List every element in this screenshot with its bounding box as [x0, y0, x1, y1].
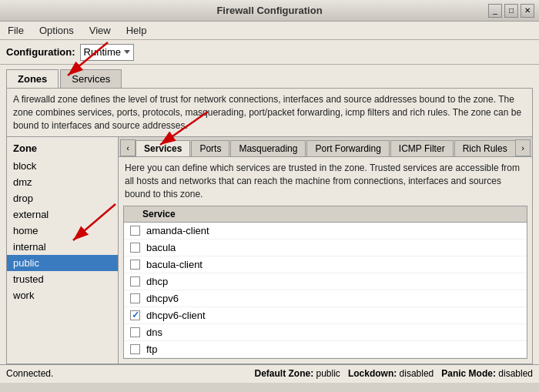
- zone-item-home[interactable]: home: [7, 223, 118, 239]
- tab-zones[interactable]: Zones: [6, 69, 59, 88]
- zone-list: Zone block dmz drop external home intern…: [7, 137, 119, 363]
- zone-item-block[interactable]: block: [7, 158, 118, 174]
- service-name-bacula: bacula: [146, 242, 176, 253]
- service-row-bacula[interactable]: bacula: [124, 240, 527, 256]
- service-row-amanda-client[interactable]: amanda-client: [124, 223, 527, 240]
- service-checkbox-dhcpv6[interactable]: [130, 293, 140, 303]
- services-table-body[interactable]: amanda-client bacula bacula-client: [124, 223, 527, 358]
- dropdown-arrow-icon: [124, 50, 130, 54]
- zone-item-trusted[interactable]: trusted: [7, 271, 118, 287]
- menu-options[interactable]: Options: [35, 23, 79, 38]
- configuration-dropdown[interactable]: Runtime: [80, 44, 134, 61]
- zone-item-internal[interactable]: internal: [7, 239, 118, 255]
- lockdown-label: Lockdown:: [348, 368, 397, 379]
- inner-tabs: Services Ports Masquerading Port Forward…: [136, 140, 515, 156]
- service-checkbox-amanda-client[interactable]: [130, 226, 140, 236]
- tabs-prev-button[interactable]: ‹: [120, 139, 136, 156]
- minimize-button[interactable]: _: [488, 4, 502, 18]
- zone-description: A firewalld zone defines the level of tr…: [6, 88, 533, 137]
- menu-help[interactable]: Help: [122, 23, 152, 38]
- config-label: Configuration:: [6, 46, 75, 58]
- status-right: Default Zone: public Lockdown: disabled …: [254, 368, 533, 379]
- tab-services-top[interactable]: Services: [60, 69, 122, 88]
- inner-tabs-container: ‹ Services Ports Masquerading Port Forwa…: [119, 137, 532, 157]
- menu-file[interactable]: File: [3, 23, 28, 38]
- service-row-dhcp[interactable]: dhcp: [124, 273, 527, 290]
- service-name-dhcpv6: dhcpv6: [146, 293, 179, 304]
- service-row-ftp[interactable]: ftp: [124, 341, 527, 358]
- toolbar: Configuration: Runtime: [0, 40, 539, 65]
- menubar: File Options View Help: [0, 22, 539, 40]
- window-title: Firewall Configuration: [51, 5, 488, 16]
- service-row-dhcpv6[interactable]: dhcpv6: [124, 290, 527, 307]
- service-name-amanda-client: amanda-client: [146, 225, 209, 236]
- status-connected: Connected.: [6, 368, 53, 379]
- service-checkbox-dhcp[interactable]: [130, 276, 140, 286]
- zone-list-header: Zone: [7, 140, 118, 158]
- zone-item-dmz[interactable]: dmz: [7, 174, 118, 190]
- service-checkbox-bacula-client[interactable]: [130, 260, 140, 270]
- zone-item-external[interactable]: external: [7, 206, 118, 223]
- service-name-dhcp: dhcp: [146, 276, 168, 287]
- service-name-bacula-client: bacula-client: [146, 259, 203, 270]
- service-row-dhcpv6-client[interactable]: ✓ dhcpv6-client: [124, 307, 527, 324]
- close-button[interactable]: ✕: [521, 4, 534, 18]
- inner-tab-services[interactable]: Services: [136, 140, 190, 156]
- service-row-bacula-client[interactable]: bacula-client: [124, 256, 527, 273]
- checkmark-icon: ✓: [132, 310, 139, 320]
- inner-tab-port-forwarding[interactable]: Port Forwarding: [306, 140, 389, 156]
- zone-item-drop[interactable]: drop: [7, 190, 118, 206]
- service-checkbox-bacula[interactable]: [130, 243, 140, 253]
- right-panel: ‹ Services Ports Masquerading Port Forwa…: [119, 137, 532, 363]
- service-name-dns: dns: [146, 327, 162, 338]
- zone-item-public[interactable]: public: [7, 255, 118, 271]
- service-checkbox-dns[interactable]: [130, 327, 140, 337]
- panic-mode-label: Panic Mode:: [441, 368, 496, 379]
- default-zone-value: public: [316, 368, 340, 379]
- service-row-dns[interactable]: dns: [124, 324, 527, 341]
- service-checkbox-ftp[interactable]: [130, 344, 140, 354]
- services-table-header: Service: [124, 206, 527, 223]
- config-value: Runtime: [84, 46, 121, 58]
- maximize-button[interactable]: □: [504, 4, 518, 18]
- service-name-ftp: ftp: [146, 343, 157, 355]
- panic-mode-value: disabled: [498, 368, 533, 379]
- tabs-next-button[interactable]: ›: [515, 139, 531, 156]
- default-zone-label: Default Zone:: [254, 368, 313, 379]
- inner-tab-masquerading[interactable]: Masquerading: [230, 140, 306, 156]
- statusbar: Connected. Default Zone: public Lockdown…: [0, 364, 539, 383]
- menu-view[interactable]: View: [85, 23, 116, 38]
- top-tabs: Zones Services: [6, 69, 533, 88]
- inner-tab-ports[interactable]: Ports: [191, 140, 229, 156]
- services-table: Service amanda-client bacula bacula-c: [123, 206, 527, 359]
- inner-tab-icmp-filter[interactable]: ICMP Filter: [390, 140, 454, 156]
- lockdown-value: disabled: [400, 368, 434, 379]
- service-name-dhcpv6-client: dhcpv6-client: [146, 310, 206, 321]
- inner-tab-rich-rules[interactable]: Rich Rules: [454, 140, 515, 156]
- services-description: Here you can define which services are t…: [119, 157, 532, 205]
- service-checkbox-dhcpv6-client[interactable]: ✓: [130, 310, 140, 320]
- zone-item-work[interactable]: work: [7, 287, 118, 303]
